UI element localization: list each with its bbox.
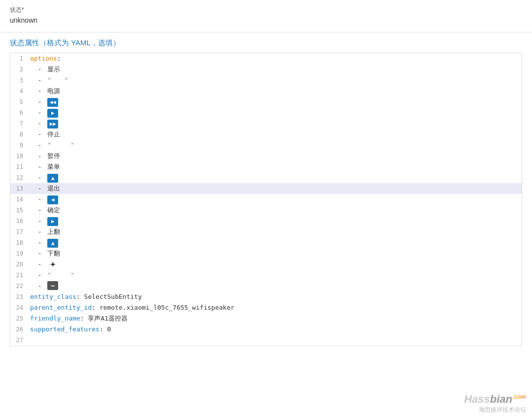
line-content: parent_entity_id: remote.xiaomi_l05c_765…	[28, 302, 522, 313]
yaml-value: 0	[107, 325, 111, 333]
editor-row: 14 - ◀	[10, 194, 522, 205]
yaml-value: 下翻	[47, 250, 60, 257]
line-number: 27	[10, 335, 28, 346]
editor-row: 11 - 菜单	[10, 161, 522, 172]
yaml-quote: " "	[47, 141, 74, 149]
watermark-hass: Hass	[464, 393, 490, 405]
yaml-value: 菜单	[47, 163, 60, 170]
btn-icon-play: ▶	[47, 109, 58, 118]
editor-row: 13 - 退出	[10, 183, 522, 194]
editor-row: 21 - " "	[10, 270, 522, 281]
btn-icon-up2: ▲	[47, 239, 58, 248]
editor-row: 12 - ▲	[10, 172, 522, 183]
yaml-value: 暂停	[47, 152, 60, 160]
yaml-key: entity_class	[30, 293, 76, 300]
yaml-key: options	[30, 55, 57, 62]
editor-row: 8 - 停止	[10, 129, 522, 140]
line-content: - ◀	[28, 194, 522, 205]
yaml-editor[interactable]: 1options:2 - 显示3 - " "4 - 电源5 - ◀◀6 - ▶7…	[10, 53, 522, 346]
editor-row: 6 - ▶	[10, 107, 522, 118]
yaml-value: 停止	[47, 130, 60, 138]
editor-row: 24parent_entity_id: remote.xiaomi_l05c_7…	[10, 302, 522, 313]
editor-row: 23entity_class: SelectSubEntity	[10, 291, 522, 302]
editor-row: 2 - 显示	[10, 64, 522, 75]
line-number: 15	[10, 205, 28, 216]
line-number: 21	[10, 270, 28, 281]
line-number: 26	[10, 324, 28, 335]
line-content: - 暂停	[28, 151, 522, 161]
line-content: friendly_name: 享声A1遥控器	[28, 313, 522, 324]
line-number: 16	[10, 216, 28, 226]
watermark-bottom: 瀚思彼岸技术论坛	[464, 406, 526, 414]
line-number: 11	[10, 161, 28, 172]
line-content	[28, 335, 522, 346]
yaml-key: parent_entity_id	[30, 304, 92, 311]
line-content: - " "	[28, 140, 522, 151]
editor-row: 19 - 下翻	[10, 248, 522, 259]
line-number: 5	[10, 97, 28, 107]
line-content: supported_features: 0	[28, 324, 522, 335]
btn-icon-rewind: ◀◀	[47, 98, 58, 107]
line-number: 13	[10, 183, 28, 194]
line-content: - 停止	[28, 129, 522, 140]
editor-row: 26supported_features: 0	[10, 324, 522, 335]
editor-row: 4 - 电源	[10, 86, 522, 97]
line-content: - 下翻	[28, 248, 522, 259]
line-number: 14	[10, 194, 28, 205]
line-number: 25	[10, 313, 28, 324]
line-number: 22	[10, 281, 28, 291]
line-number: 20	[10, 259, 28, 270]
editor-row: 9 - " "	[10, 140, 522, 151]
btn-icon-up: ▲	[47, 174, 58, 183]
line-content: - ◀◀	[28, 97, 522, 107]
editor-row: 15 - 确定	[10, 205, 522, 216]
line-content: - −	[28, 281, 522, 291]
line-content: - ▶	[28, 216, 522, 226]
editor-row: 16 - ▶	[10, 216, 522, 226]
top-section: 状态* unknown	[0, 0, 532, 32]
minus-icon: −	[47, 281, 58, 290]
line-content: - " "	[28, 75, 522, 86]
editor-row: 10 - 暂停	[10, 151, 522, 161]
line-content: - 确定	[28, 205, 522, 216]
watermark: Hassbian.com 瀚思彼岸技术论坛	[464, 393, 526, 414]
line-content: - 显示	[28, 64, 522, 75]
editor-row: 1options:	[10, 53, 522, 64]
yaml-quote: " "	[47, 76, 68, 84]
status-label: 状态*	[10, 6, 522, 14]
line-content: - " "	[28, 270, 522, 281]
editor-row: 3 - " "	[10, 75, 522, 86]
editor-row: 25friendly_name: 享声A1遥控器	[10, 313, 522, 324]
yaml-key: supported_features	[30, 325, 100, 333]
line-number: 12	[10, 172, 28, 183]
yaml-value: 确定	[47, 206, 60, 214]
yaml-value: 退出	[47, 185, 60, 192]
line-number: 10	[10, 151, 28, 161]
line-content: - ▲	[28, 237, 522, 248]
line-content: - 菜单	[28, 161, 522, 172]
line-number: 6	[10, 107, 28, 118]
status-value: unknown	[10, 16, 522, 24]
btn-icon-right: ▶	[47, 217, 58, 226]
line-number: 2	[10, 64, 28, 75]
yaml-key: friendly_name	[30, 315, 80, 322]
editor-row: 22 - −	[10, 281, 522, 291]
watermark-com: .com	[512, 393, 526, 400]
line-number: 24	[10, 302, 28, 313]
editor-row: 18 - ▲	[10, 237, 522, 248]
line-content: - 退出	[28, 183, 522, 194]
editor-row: 20 - ✚	[10, 259, 522, 270]
yaml-value: remote.xiaomi_l05c_7655_wifispeaker	[100, 304, 234, 311]
line-content: entity_class: SelectSubEntity	[28, 291, 522, 302]
line-number: 18	[10, 237, 28, 248]
line-content: - ▲	[28, 172, 522, 183]
editor-row: 17 - 上翻	[10, 226, 522, 237]
line-number: 1	[10, 53, 28, 64]
line-number: 9	[10, 140, 28, 151]
btn-icon-forward: ▶▶	[47, 120, 58, 129]
plus-icon: ✚	[47, 259, 58, 268]
yaml-value: 显示	[47, 65, 60, 73]
page-container: 状态* unknown 状态属性（格式为 YAML，选填） 1options:2…	[0, 0, 532, 419]
yaml-value: SelectSubEntity	[84, 293, 142, 300]
line-content: - ✚	[28, 259, 522, 270]
